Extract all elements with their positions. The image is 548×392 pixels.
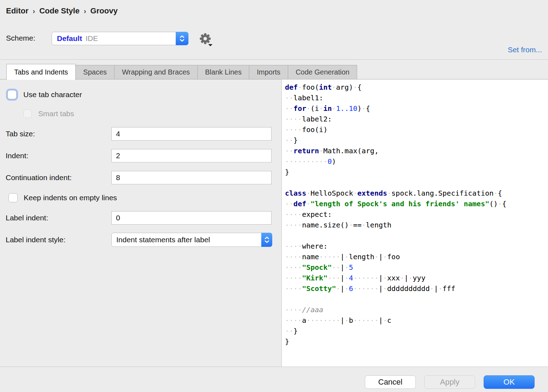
label-indent-style-value: Indent statements after label — [116, 236, 210, 244]
tab-imports[interactable]: Imports — [249, 65, 288, 79]
settings-header: Editor › Code Style › Groovy Scheme: Def… — [0, 0, 548, 60]
tab-tabs-and-indents[interactable]: Tabs and Indents — [6, 64, 76, 80]
label-indent-style-dropdown[interactable]: Indent statements after label — [111, 233, 272, 247]
keep-indents-checkbox[interactable] — [8, 193, 18, 202]
scheme-actions-button[interactable] — [199, 32, 213, 47]
smart-tabs-label: Smart tabs — [38, 108, 74, 119]
tab-spaces[interactable]: Spaces — [76, 65, 115, 79]
breadcrumb-code-style[interactable]: Code Style — [39, 6, 80, 16]
cancel-button[interactable]: Cancel — [365, 375, 416, 389]
tab-wrapping-and-braces[interactable]: Wrapping and Braces — [115, 65, 198, 79]
continuation-indent-label: Continuation indent: — [6, 171, 72, 184]
scheme-ide-tag: IDE — [86, 34, 98, 43]
smart-tabs-checkbox — [23, 109, 32, 118]
indent-label: Indent: — [6, 149, 28, 162]
ok-button[interactable]: OK — [484, 375, 535, 389]
scheme-label: Scheme: — [6, 34, 35, 42]
label-indent-label: Label indent: — [6, 211, 48, 225]
use-tab-character-checkbox[interactable] — [7, 90, 17, 99]
indent-input[interactable] — [111, 149, 272, 162]
use-tab-character-label[interactable]: Use tab character — [23, 89, 82, 100]
set-from-link[interactable]: Set from... — [508, 46, 542, 54]
breadcrumb-groovy: Groovy — [91, 6, 118, 16]
gear-icon — [199, 32, 213, 47]
indent-settings-panel: Use tab character Smart tabs Tab size: I… — [0, 79, 282, 367]
code-preview: def·foo(int·arg)·{··label1:··for·(i·in·1… — [282, 79, 548, 367]
label-indent-style-label: Label indent style: — [6, 233, 65, 247]
dialog-footer: Cancel Apply OK — [0, 367, 548, 392]
breadcrumb: Editor › Code Style › Groovy — [6, 6, 118, 16]
breadcrumb-separator: › — [33, 7, 35, 15]
code-style-tabs: Tabs and Indents Spaces Wrapping and Bra… — [0, 60, 548, 79]
tab-size-input[interactable] — [111, 127, 272, 141]
tab-size-label: Tab size: — [6, 127, 35, 141]
breadcrumb-editor[interactable]: Editor — [6, 6, 29, 16]
scheme-dropdown[interactable]: Default IDE — [52, 32, 188, 45]
label-indent-input[interactable] — [111, 211, 272, 225]
keep-indents-label[interactable]: Keep indents on empty lines — [24, 192, 117, 203]
dropdown-arrow-icon — [208, 44, 212, 46]
breadcrumb-separator: › — [84, 7, 86, 15]
scheme-selected-value: Default — [57, 34, 82, 43]
apply-button: Apply — [424, 375, 475, 389]
dropdown-stepper-icon — [176, 32, 188, 45]
dropdown-stepper-icon — [261, 233, 272, 247]
tab-blank-lines[interactable]: Blank Lines — [198, 65, 249, 79]
tab-code-generation[interactable]: Code Generation — [288, 65, 357, 79]
continuation-indent-input[interactable] — [111, 171, 272, 184]
